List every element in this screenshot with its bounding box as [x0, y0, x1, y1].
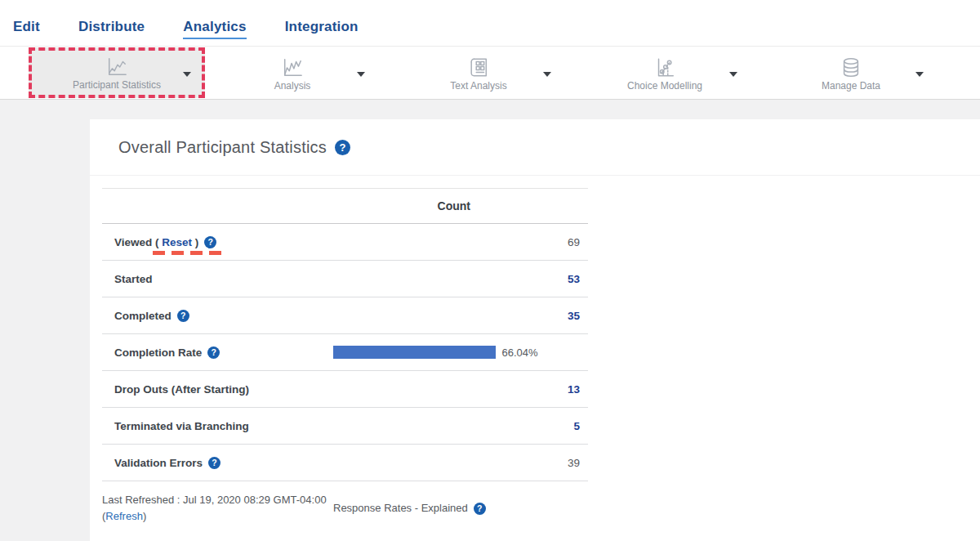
row-value: 39: [568, 457, 580, 469]
table-row: Started53: [102, 261, 588, 297]
row-label: Completed?: [114, 310, 189, 322]
reset-link[interactable]: Reset: [162, 236, 192, 248]
nav-item-analytics[interactable]: Analytics: [183, 19, 246, 39]
help-icon[interactable]: ?: [177, 310, 189, 322]
response-rates-label: Response Rates - Explained: [333, 500, 468, 516]
refresh-link[interactable]: Refresh: [105, 510, 143, 522]
row-label: Completion Rate?: [114, 347, 220, 359]
toolbar-item-label: Text Analysis: [450, 80, 506, 92]
analytics-toolbar: Participant Statistics Analysis Text An: [0, 46, 980, 100]
row-label: Drop Outs (After Starting): [114, 383, 249, 396]
card-header: Overall Participant Statistics ?: [90, 119, 980, 176]
completion-rate-value: 66.04%: [501, 347, 537, 359]
help-icon[interactable]: ?: [474, 503, 486, 515]
completion-rate-bar: 66.04%: [333, 346, 538, 359]
row-label: Terminated via Branching: [114, 420, 249, 432]
chevron-down-icon[interactable]: [357, 72, 365, 77]
table-row: Validation Errors?39: [102, 445, 588, 481]
toolbar-item-label: Participant Statistics: [73, 79, 161, 91]
nav-item-distribute[interactable]: Distribute: [78, 19, 145, 39]
row-value: 69: [568, 236, 580, 248]
nav-item-integration[interactable]: Integration: [285, 19, 359, 39]
table-footer: Last Refreshed : Jul 19, 2020 08:29 GMT-…: [102, 481, 588, 525]
table-row: Completed?35: [102, 297, 588, 334]
toolbar-item-choice-modelling[interactable]: Choice Modelling: [579, 49, 751, 97]
chevron-down-icon[interactable]: [543, 72, 551, 77]
chevron-down-icon[interactable]: [183, 72, 191, 77]
page-title: Overall Participant Statistics: [118, 138, 327, 157]
row-label: Validation Errors?: [114, 457, 220, 469]
row-value: 35: [568, 310, 580, 322]
stats-table: Count Viewed ( Reset )?69Started53Comple…: [102, 188, 588, 525]
toolbar-item-participant-statistics[interactable]: Participant Statistics: [29, 47, 205, 98]
content-card: Overall Participant Statistics ? Count V…: [90, 119, 980, 541]
row-value: 5: [573, 420, 580, 432]
document-grid-icon: [468, 56, 489, 78]
nav-item-edit[interactable]: Edit: [13, 19, 40, 39]
table-row: Viewed ( Reset )?69: [102, 224, 588, 261]
help-icon[interactable]: ?: [204, 236, 216, 248]
top-nav: Edit Distribute Analytics Integration: [0, 0, 980, 46]
help-icon[interactable]: ?: [208, 457, 220, 469]
chevron-down-icon[interactable]: [915, 72, 924, 77]
table-row: Completion Rate?66.04%: [102, 334, 588, 371]
red-dashed-underline: [153, 251, 221, 255]
table-header-row: Count: [102, 188, 588, 224]
row-value: 13: [568, 383, 580, 396]
stats-table-body: Viewed ( Reset )?69Started53Completed?35…: [102, 224, 588, 481]
row-label: Started: [114, 273, 153, 285]
table-row: Drop Outs (After Starting)13: [102, 371, 588, 408]
completion-rate-bar-fill: [333, 346, 496, 359]
toolbar-item-manage-data[interactable]: Manage Data: [765, 49, 937, 97]
last-refreshed-suffix: ): [143, 510, 146, 522]
toolbar-item-label: Analysis: [274, 80, 311, 92]
page-background: Overall Participant Statistics ? Count V…: [0, 100, 980, 541]
trend-chart-icon: [280, 56, 305, 78]
line-chart-icon: [105, 55, 129, 78]
toolbar-item-analysis[interactable]: Analysis: [207, 49, 378, 97]
help-icon[interactable]: ?: [335, 140, 350, 155]
table-row: Terminated via Branching5: [102, 408, 588, 445]
toolbar-item-label: Choice Modelling: [627, 80, 702, 92]
count-column-header: Count: [438, 199, 470, 212]
row-value: 53: [568, 273, 580, 285]
toolbar-item-text-analysis[interactable]: Text Analysis: [393, 49, 564, 97]
response-rates-explained: Response Rates - Explained ?: [333, 492, 486, 525]
scatter-trend-icon: [653, 56, 676, 78]
last-refreshed-text: Last Refreshed : Jul 19, 2020 08:29 GMT-…: [102, 492, 333, 525]
help-icon[interactable]: ?: [207, 347, 220, 359]
toolbar-item-label: Manage Data: [822, 80, 880, 92]
row-label: Viewed ( Reset )?: [114, 236, 216, 248]
database-icon: [840, 56, 862, 78]
chevron-down-icon[interactable]: [729, 72, 737, 77]
